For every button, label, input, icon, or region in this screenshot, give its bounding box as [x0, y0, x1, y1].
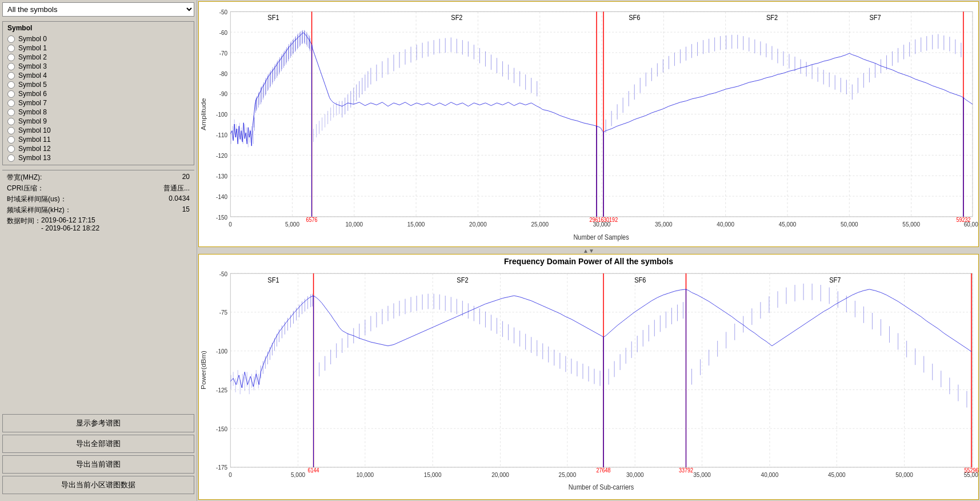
freq-interval-label: 频域采样间隔(kHz)：	[7, 205, 71, 215]
data-time-row: 数据时间： 2019-06-12 17:15 - 2019-06-12 18:2…	[7, 216, 190, 232]
symbol-radio-3[interactable]	[7, 63, 15, 70]
data-time-label: 数据时间：	[7, 216, 41, 232]
symbol-label-6: Symbol 6	[18, 90, 47, 98]
svg-text:-75: -75	[219, 309, 228, 316]
cpri-row: CPRI压缩： 普通压...	[7, 184, 190, 193]
svg-text:SF2: SF2	[451, 14, 463, 22]
svg-text:10,000: 10,000	[345, 221, 363, 228]
symbol-radio-0[interactable]	[7, 35, 15, 43]
svg-text:30,000: 30,000	[626, 471, 644, 478]
svg-text:29616: 29616	[589, 217, 603, 224]
svg-text:6576: 6576	[306, 217, 318, 224]
symbol-item-13[interactable]: Symbol 13	[7, 153, 189, 162]
time-interval-row: 时域采样间隔(us)： 0.0434	[7, 194, 190, 204]
symbol-item-4[interactable]: Symbol 4	[7, 71, 189, 80]
svg-text:5,000: 5,000	[291, 471, 305, 478]
svg-text:5,000: 5,000	[285, 221, 299, 228]
symbol-radio-1[interactable]	[7, 45, 15, 52]
svg-text:SF1: SF1	[267, 14, 279, 22]
svg-text:59232: 59232	[956, 217, 970, 224]
symbol-item-9[interactable]: Symbol 9	[7, 117, 189, 126]
symbol-radio-10[interactable]	[7, 127, 15, 134]
symbol-radio-4[interactable]	[7, 72, 15, 79]
symbol-radio-13[interactable]	[7, 154, 15, 162]
symbol-item-5[interactable]: Symbol 5	[7, 80, 189, 89]
symbol-item-1[interactable]: Symbol 1	[7, 43, 189, 53]
symbol-item-2[interactable]: Symbol 2	[7, 53, 189, 62]
svg-text:-100: -100	[216, 348, 227, 355]
svg-text:20,000: 20,000	[469, 221, 487, 228]
symbol-label-4: Symbol 4	[18, 71, 47, 79]
show-reference-button[interactable]: 显示参考谱图	[2, 414, 194, 432]
symbol-dropdown[interactable]: All the symbols Symbol 0 Symbol 1 Symbol…	[2, 2, 194, 17]
svg-text:Power(dBm): Power(dBm)	[200, 351, 207, 389]
svg-text:-90: -90	[219, 90, 227, 98]
top-chart-svg: -50 -60 -70 -80 -90 -100 -110 -120 -130 …	[199, 2, 978, 246]
svg-text:-100: -100	[216, 111, 227, 118]
svg-text:-60: -60	[219, 29, 227, 36]
svg-text:SF2: SF2	[766, 14, 778, 22]
symbol-group: Symbol Symbol 0 Symbol 1 Symbol 2 Symbol…	[2, 21, 194, 165]
symbol-label-12: Symbol 12	[18, 145, 51, 153]
symbol-radio-6[interactable]	[7, 90, 15, 98]
symbol-label-13: Symbol 13	[18, 154, 51, 162]
svg-text:-50: -50	[219, 270, 228, 277]
symbol-item-12[interactable]: Symbol 12	[7, 144, 189, 153]
svg-text:55296: 55296	[964, 467, 978, 474]
svg-text:0: 0	[229, 221, 232, 228]
svg-text:SF7: SF7	[829, 276, 841, 284]
symbol-item-7[interactable]: Symbol 7	[7, 98, 189, 108]
svg-text:50,000: 50,000	[841, 221, 858, 228]
symbol-label-7: Symbol 7	[18, 99, 47, 107]
symbol-item-0[interactable]: Symbol 0	[7, 34, 189, 43]
right-panel: -50 -60 -70 -80 -90 -100 -110 -120 -130 …	[197, 0, 980, 501]
svg-text:35,000: 35,000	[693, 471, 711, 478]
cpri-label: CPRI压缩：	[7, 184, 70, 193]
symbol-item-8[interactable]: Symbol 8	[7, 108, 189, 117]
svg-text:SF7: SF7	[869, 14, 881, 22]
cpri-value: 普通压...	[163, 184, 190, 193]
svg-text:45,000: 45,000	[779, 221, 797, 228]
info-panel: 带宽(MHZ): 20 CPRI压缩： 普通压... 时域采样间隔(us)： 0…	[2, 170, 194, 236]
export-all-button[interactable]: 导出全部谱图	[2, 435, 194, 453]
data-time-value1: 2019-06-12 17:15	[41, 216, 99, 224]
symbol-item-6[interactable]: Symbol 6	[7, 89, 189, 98]
svg-text:-120: -120	[216, 152, 227, 159]
chart-divider[interactable]: ▲▼	[197, 248, 980, 253]
symbol-radio-9[interactable]	[7, 118, 15, 125]
svg-text:45,000: 45,000	[828, 471, 846, 478]
svg-text:-140: -140	[216, 193, 227, 200]
svg-text:25,000: 25,000	[531, 221, 549, 228]
svg-text:55,000: 55,000	[902, 221, 920, 228]
symbol-radio-11[interactable]	[7, 136, 15, 144]
export-current-button[interactable]: 导出当前谱图	[2, 455, 194, 474]
svg-text:-70: -70	[219, 49, 227, 57]
svg-text:10,000: 10,000	[357, 471, 374, 478]
symbol-label-10: Symbol 10	[18, 126, 51, 134]
symbol-radio-12[interactable]	[7, 145, 15, 153]
symbol-group-title: Symbol	[7, 24, 189, 32]
symbol-label-1: Symbol 1	[18, 44, 47, 52]
svg-text:-110: -110	[216, 131, 227, 138]
symbol-radio-2[interactable]	[7, 54, 15, 61]
export-cell-data-button[interactable]: 导出当前小区谱图数据	[2, 476, 194, 494]
svg-text:30192: 30192	[603, 217, 618, 224]
symbol-label-11: Symbol 11	[18, 136, 51, 144]
svg-text:SF2: SF2	[457, 276, 468, 284]
symbol-item-11[interactable]: Symbol 11	[7, 135, 189, 144]
symbol-item-3[interactable]: Symbol 3	[7, 62, 189, 71]
freq-interval-value: 15	[182, 205, 190, 215]
symbol-radio-5[interactable]	[7, 81, 15, 89]
svg-text:50,000: 50,000	[895, 471, 913, 478]
bottom-chart-svg: -50 -75 -100 -125 -150 -175 Power(dBm) 0…	[199, 267, 978, 496]
symbol-item-10[interactable]: Symbol 10	[7, 126, 189, 135]
svg-text:SF6: SF6	[629, 14, 641, 22]
svg-text:40,000: 40,000	[761, 471, 779, 478]
time-interval-value: 0.0434	[169, 194, 190, 204]
symbol-radio-7[interactable]	[7, 100, 15, 107]
symbol-label-3: Symbol 3	[18, 62, 47, 70]
svg-text:-150: -150	[216, 425, 227, 432]
left-panel: All the symbols Symbol 0 Symbol 1 Symbol…	[0, 0, 197, 501]
symbol-radio-8[interactable]	[7, 109, 15, 116]
svg-text:6144: 6144	[308, 467, 320, 474]
